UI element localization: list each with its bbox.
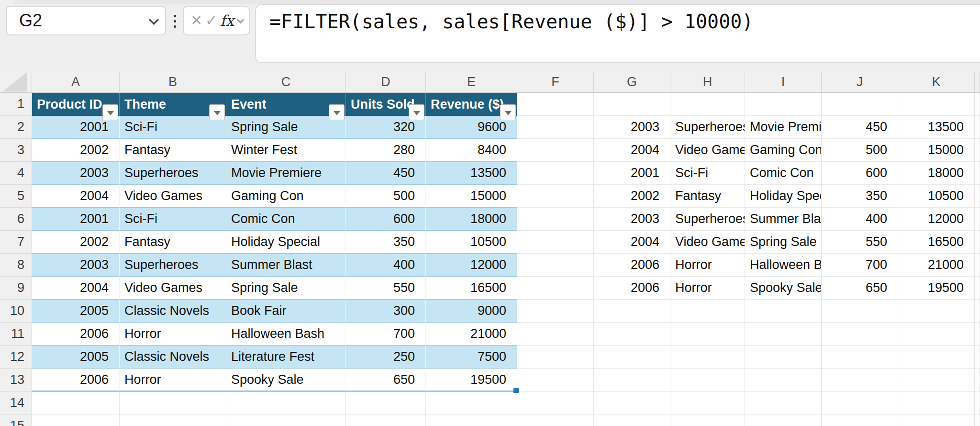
cell-C15[interactable]	[226, 415, 346, 426]
cell-C7[interactable]: Holiday Special	[226, 231, 346, 254]
cell-B3[interactable]: Fantasy	[120, 139, 226, 162]
cell-B1[interactable]: Theme	[120, 93, 226, 116]
cell-D4[interactable]: 450	[346, 162, 426, 185]
cell-I11[interactable]	[745, 323, 822, 346]
cell-G4[interactable]: 2001	[594, 162, 670, 185]
cell-G5[interactable]: 2002	[594, 185, 670, 208]
cell-D9[interactable]: 550	[346, 277, 426, 300]
cell-G9[interactable]: 2006	[594, 277, 670, 300]
column-header-F[interactable]: F	[517, 72, 594, 93]
cell-C11[interactable]: Halloween Bash	[226, 323, 346, 346]
cell-E3[interactable]: 8400	[426, 139, 517, 162]
cell-J14[interactable]	[822, 392, 898, 415]
cell-H6[interactable]: Superheroes	[670, 208, 745, 231]
column-header-K[interactable]: K	[898, 72, 975, 93]
cell-G10[interactable]	[594, 300, 670, 323]
cell-A11[interactable]: 2006	[32, 323, 120, 346]
cell-G6[interactable]: 2003	[594, 208, 670, 231]
column-header-E[interactable]: E	[426, 72, 517, 93]
row-header-10[interactable]: 10	[0, 300, 32, 323]
column-header-I[interactable]: I	[745, 72, 822, 93]
row-header-3[interactable]: 3	[0, 139, 32, 162]
row-header-9[interactable]: 9	[0, 277, 32, 300]
cell-F3[interactable]	[517, 139, 594, 162]
cell-K7[interactable]: 16500	[898, 231, 975, 254]
cell-J5[interactable]: 350	[822, 185, 898, 208]
row-header-5[interactable]: 5	[0, 185, 32, 208]
cell-D8[interactable]: 400	[346, 254, 426, 277]
function-dropdown-icon[interactable]	[237, 16, 245, 23]
row-header-4[interactable]: 4	[0, 162, 32, 185]
cell-G1[interactable]	[594, 93, 670, 116]
cell-A1[interactable]: Product ID	[32, 93, 120, 116]
cell-H15[interactable]	[670, 415, 745, 426]
cell-I5[interactable]: Holiday Special	[745, 185, 822, 208]
cell-K2[interactable]: 13500	[898, 116, 975, 139]
cell-H8[interactable]: Horror	[670, 254, 745, 277]
cell-E12[interactable]: 7500	[426, 346, 517, 369]
name-box-dropdown-icon[interactable]	[149, 14, 159, 24]
cell-A10[interactable]: 2005	[32, 300, 120, 323]
cell-C14[interactable]	[226, 392, 346, 415]
cell-C2[interactable]: Spring Sale	[226, 116, 346, 139]
cell-H10[interactable]	[670, 300, 745, 323]
cell-J1[interactable]	[822, 93, 898, 116]
cell-K4[interactable]: 18000	[898, 162, 975, 185]
cell-E13[interactable]: 19500	[426, 369, 517, 392]
cell-B10[interactable]: Classic Novels	[120, 300, 226, 323]
cell-J7[interactable]: 550	[822, 231, 898, 254]
cell-D14[interactable]	[346, 392, 426, 415]
cell-F14[interactable]	[517, 392, 594, 415]
cell-K10[interactable]	[898, 300, 975, 323]
filter-button-event[interactable]	[329, 104, 345, 120]
cell-I9[interactable]: Spooky Sale	[745, 277, 822, 300]
cell-K15[interactable]	[898, 415, 975, 426]
cell-G12[interactable]	[594, 346, 670, 369]
cell-G13[interactable]	[594, 369, 670, 392]
cell-K12[interactable]	[898, 346, 975, 369]
cell-H9[interactable]: Horror	[670, 277, 745, 300]
cell-H11[interactable]	[670, 323, 745, 346]
cell-A7[interactable]: 2002	[32, 231, 120, 254]
cell-E1[interactable]: Revenue ($)	[426, 93, 517, 116]
cancel-icon[interactable]: ✕	[190, 13, 202, 28]
cell-G8[interactable]: 2006	[594, 254, 670, 277]
cell-H5[interactable]: Fantasy	[670, 185, 745, 208]
cell-F4[interactable]	[517, 162, 594, 185]
cell-E15[interactable]	[426, 415, 517, 426]
column-header-J[interactable]: J	[822, 72, 898, 93]
cell-K3[interactable]: 15000	[898, 139, 975, 162]
row-header-11[interactable]: 11	[0, 323, 32, 346]
cell-B5[interactable]: Video Games	[120, 185, 226, 208]
cell-B8[interactable]: Superheroes	[120, 254, 226, 277]
cell-J4[interactable]: 600	[822, 162, 898, 185]
cell-G2[interactable]: 2003	[594, 116, 670, 139]
cell-K11[interactable]	[898, 323, 975, 346]
row-header-14[interactable]: 14	[0, 392, 32, 415]
filter-button-product-id[interactable]	[102, 104, 118, 120]
cell-F2[interactable]	[517, 116, 594, 139]
cell-G7[interactable]: 2004	[594, 231, 670, 254]
cell-H7[interactable]: Video Games	[670, 231, 745, 254]
cell-I1[interactable]	[745, 93, 822, 116]
cell-G11[interactable]	[594, 323, 670, 346]
cell-B12[interactable]: Classic Novels	[120, 346, 226, 369]
cell-C8[interactable]: Summer Blast	[226, 254, 346, 277]
select-all-button[interactable]	[0, 72, 32, 93]
cell-J8[interactable]: 700	[822, 254, 898, 277]
cell-J12[interactable]	[822, 346, 898, 369]
cell-D6[interactable]: 600	[346, 208, 426, 231]
cell-E14[interactable]	[426, 392, 517, 415]
cell-B11[interactable]: Horror	[120, 323, 226, 346]
cell-A8[interactable]: 2003	[32, 254, 120, 277]
cell-A4[interactable]: 2003	[32, 162, 120, 185]
cell-F8[interactable]	[517, 254, 594, 277]
cell-D12[interactable]: 250	[346, 346, 426, 369]
insert-function-icon[interactable]: fx	[220, 12, 234, 29]
cell-E8[interactable]: 12000	[426, 254, 517, 277]
cell-A13[interactable]: 2006	[32, 369, 120, 392]
cell-A14[interactable]	[32, 392, 120, 415]
cell-B6[interactable]: Sci-Fi	[120, 208, 226, 231]
cell-J6[interactable]: 400	[822, 208, 898, 231]
cell-C10[interactable]: Book Fair	[226, 300, 346, 323]
